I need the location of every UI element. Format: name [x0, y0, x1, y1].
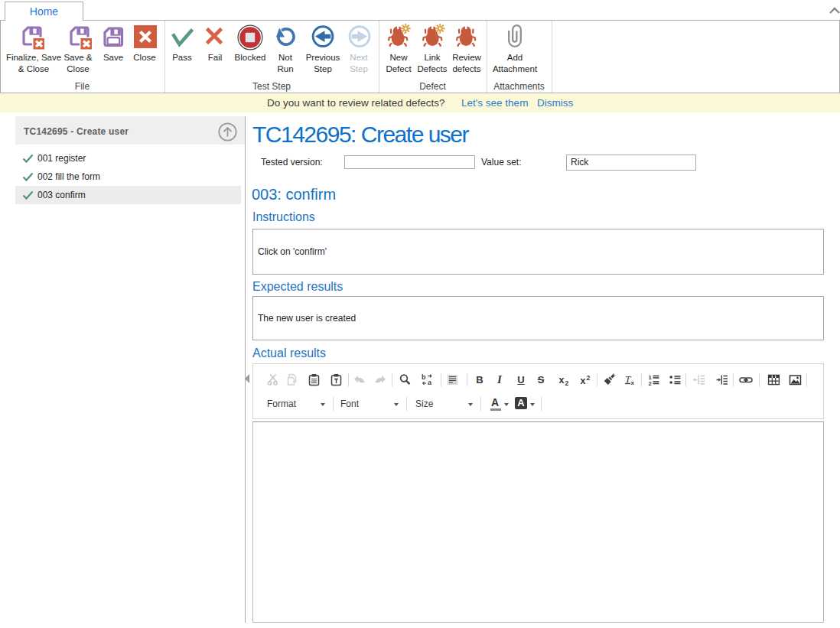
svg-text:b: b — [422, 373, 426, 381]
svg-text:2: 2 — [587, 374, 591, 382]
svg-text:2: 2 — [565, 379, 569, 386]
svg-text:a: a — [428, 379, 432, 386]
svg-text:x: x — [631, 379, 635, 386]
svg-text:x: x — [559, 375, 565, 386]
svg-text:2: 2 — [649, 380, 652, 387]
svg-text:x: x — [581, 376, 586, 386]
